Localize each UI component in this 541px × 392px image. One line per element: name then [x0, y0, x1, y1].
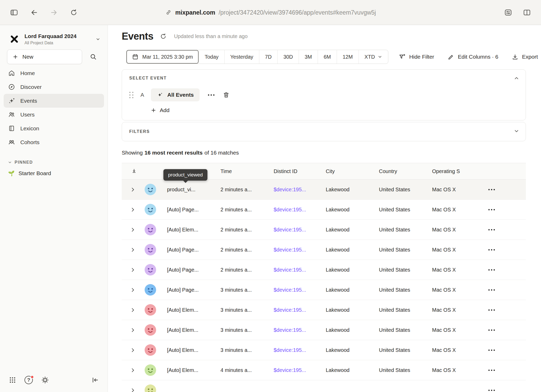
row-actions-button[interactable]: [487, 248, 496, 252]
sidebar-item-users[interactable]: Users: [4, 108, 104, 121]
date-picker-button[interactable]: Mar 11, 2025 3:30 pm: [126, 50, 199, 64]
distinct-id-link[interactable]: $device:195...: [274, 247, 306, 253]
row-actions-button[interactable]: [487, 207, 496, 212]
distinct-id-link[interactable]: $device:195...: [274, 267, 306, 273]
range-today[interactable]: Today: [199, 50, 224, 64]
browser-sidebar-toggle-icon[interactable]: [10, 8, 18, 17]
table-row[interactable]: [Auto] Elem... 3 minutes a... $device:19…: [122, 300, 526, 320]
table-row[interactable]: product_vi... 2 minutes a... $device:195…: [122, 180, 526, 200]
sidebar-item-discover[interactable]: Discover: [4, 80, 104, 94]
table-row[interactable]: [Auto] Page... 2 minutes a... $device:19…: [122, 200, 526, 220]
expand-row-icon[interactable]: [122, 247, 138, 253]
settings-gear-icon[interactable]: [41, 376, 49, 384]
range-30d[interactable]: 30D: [278, 50, 299, 64]
project-switcher[interactable]: Lord Farquaad 2024 All Project Data: [0, 25, 108, 46]
range-3m[interactable]: 3M: [299, 50, 318, 64]
range-6m[interactable]: 6M: [318, 50, 337, 64]
table-body: product_vi... 2 minutes a... $device:195…: [122, 180, 526, 392]
sidebar-item-lexicon[interactable]: Lexicon: [4, 121, 104, 135]
filters-panel: FILTERS: [122, 122, 526, 141]
expand-panel-icon[interactable]: [514, 128, 519, 135]
range-yesterday[interactable]: Yesterday: [225, 50, 259, 64]
drag-handle-icon[interactable]: [129, 92, 134, 98]
expand-row-icon[interactable]: [122, 327, 138, 333]
reload-icon[interactable]: [70, 9, 78, 16]
row-actions-button[interactable]: [487, 368, 496, 372]
expand-row-icon[interactable]: [122, 388, 138, 392]
range-xtd-dropdown[interactable]: XTD: [359, 50, 388, 64]
row-actions-button[interactable]: [487, 187, 496, 192]
page-settings-icon[interactable]: [504, 8, 512, 17]
event-avatar: [145, 204, 156, 215]
table-row[interactable]: [Auto] Elem... 4 minutes a... $device:19…: [122, 360, 526, 380]
row-actions-button[interactable]: [487, 268, 496, 272]
distinct-id-link[interactable]: $device:195...: [274, 367, 306, 373]
row-actions-button[interactable]: [487, 288, 496, 292]
hide-filter-button[interactable]: Hide Filter: [399, 53, 434, 60]
row-actions-button[interactable]: [487, 328, 496, 332]
expand-row-icon[interactable]: [122, 187, 138, 192]
sidebar-item-cohorts[interactable]: Cohorts: [4, 135, 104, 149]
time-cell: 3 minutes a...: [220, 347, 274, 353]
collapse-panel-icon[interactable]: [514, 75, 519, 82]
expand-row-icon[interactable]: [122, 267, 138, 273]
distinct-id-link[interactable]: $device:195...: [274, 347, 306, 353]
url-bar[interactable]: mixpanel.com/project/3472420/view/397469…: [165, 9, 376, 16]
expand-row-icon[interactable]: [122, 347, 138, 353]
back-icon[interactable]: [30, 9, 38, 16]
time-cell: 2 minutes a...: [220, 267, 274, 273]
sidebar-footer: ?: [0, 370, 108, 392]
row-actions-button[interactable]: [487, 308, 496, 312]
expand-row-icon[interactable]: [122, 307, 138, 313]
collapse-sidebar-icon[interactable]: [91, 376, 99, 384]
row-actions-button[interactable]: [487, 348, 496, 352]
jump-to-latest-icon[interactable]: [122, 168, 138, 174]
export-button[interactable]: Export: [512, 54, 538, 60]
range-12m[interactable]: 12M: [337, 50, 359, 64]
search-button[interactable]: [86, 50, 100, 64]
pinned-section-header[interactable]: PINNED: [8, 160, 108, 165]
distinct-id-link[interactable]: $device:195...: [274, 307, 306, 313]
table-row[interactable]: [Auto] Elem... 2 minutes a... $device:19…: [122, 220, 526, 240]
link-icon: [165, 9, 172, 16]
split-view-icon[interactable]: [523, 8, 531, 17]
event-name-cell: [Auto] Page...: [157, 287, 220, 293]
table-row[interactable]: [Auto] Page... 2 minutes a... $device:19…: [122, 260, 526, 280]
distinct-id-link[interactable]: $device:195...: [274, 187, 306, 192]
range-7d[interactable]: 7D: [259, 50, 278, 64]
expand-row-icon[interactable]: [122, 207, 138, 212]
distinct-id-link[interactable]: $device:195...: [274, 327, 306, 333]
time-cell: 3 minutes a...: [220, 327, 274, 333]
row-actions-button[interactable]: [487, 228, 496, 232]
event-options-button[interactable]: [206, 93, 216, 97]
forward-icon[interactable]: [50, 9, 58, 16]
event-selector-button[interactable]: All Events: [151, 88, 200, 101]
new-button[interactable]: New: [7, 50, 82, 64]
event-name-cell: [Auto] Elem...: [157, 227, 220, 233]
add-event-button[interactable]: Add: [151, 107, 169, 113]
expand-row-icon[interactable]: [122, 227, 138, 232]
sidebar-item-home[interactable]: Home: [4, 66, 104, 80]
table-row[interactable]: [122, 380, 526, 392]
refresh-icon[interactable]: [160, 33, 167, 40]
row-actions-button[interactable]: [487, 388, 496, 392]
expand-row-icon[interactable]: [122, 368, 138, 373]
apps-grid-icon[interactable]: [9, 376, 16, 384]
event-avatar: [145, 384, 156, 392]
distinct-id-link[interactable]: $device:195...: [274, 207, 306, 212]
main-content: Events Updated less than a minute ago: [108, 25, 541, 392]
distinct-id-link[interactable]: $device:195...: [274, 227, 306, 232]
distinct-id-link[interactable]: $device:195...: [274, 287, 306, 293]
table-row[interactable]: [Auto] Page... 2 minutes a... $device:19…: [122, 240, 526, 260]
sidebar-item-starter-board[interactable]: 🌱 Starter Board: [4, 166, 104, 180]
table-row[interactable]: [Auto] Elem... 3 minutes a... $device:19…: [122, 340, 526, 360]
table-row[interactable]: [Auto] Page... 3 minutes a... $device:19…: [122, 280, 526, 300]
expand-row-icon[interactable]: [122, 287, 138, 293]
table-row[interactable]: [Auto] Elem... 3 minutes a... $device:19…: [122, 320, 526, 340]
help-icon[interactable]: ?: [24, 376, 33, 384]
event-avatar: [145, 364, 156, 376]
trash-icon[interactable]: [223, 91, 230, 98]
edit-columns-button[interactable]: Edit Columns · 6: [448, 54, 498, 60]
sidebar-item-events[interactable]: Events: [4, 94, 104, 108]
browser-chrome: mixpanel.com/project/3472420/view/397469…: [0, 0, 541, 25]
